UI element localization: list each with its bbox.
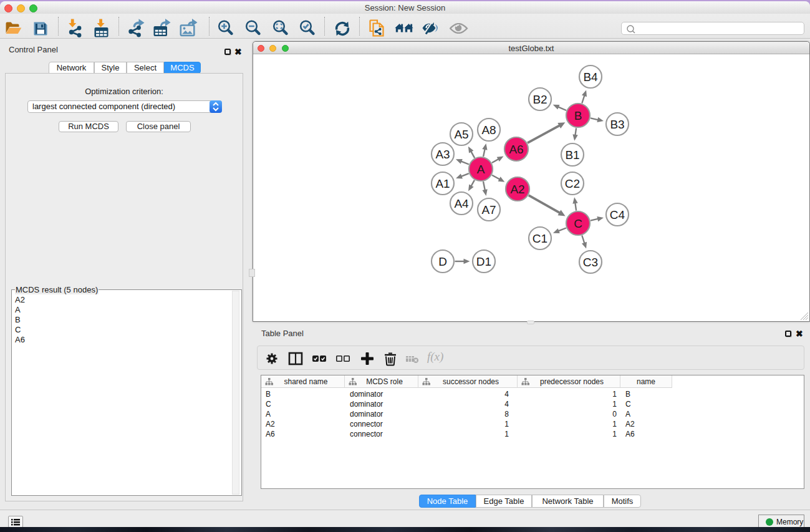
svg-text:A8: A8 <box>481 123 496 137</box>
svg-text:A5: A5 <box>454 128 468 141</box>
svg-text:D1: D1 <box>476 255 491 268</box>
svg-text:B3: B3 <box>610 118 624 131</box>
svg-text:D: D <box>438 255 447 268</box>
svg-text:C1: C1 <box>533 232 547 245</box>
svg-text:A4: A4 <box>454 197 469 210</box>
svg-text:C3: C3 <box>583 256 598 269</box>
svg-text:A3: A3 <box>435 148 450 161</box>
svg-text:A: A <box>477 163 485 176</box>
svg-text:A1: A1 <box>435 177 450 190</box>
svg-text:A2: A2 <box>510 183 524 196</box>
svg-text:A7: A7 <box>481 203 496 216</box>
svg-text:B: B <box>574 109 582 122</box>
svg-text:B1: B1 <box>565 148 579 162</box>
svg-text:C2: C2 <box>565 177 580 190</box>
svg-text:C: C <box>574 217 582 230</box>
svg-text:A6: A6 <box>509 143 523 156</box>
svg-text:C4: C4 <box>610 208 625 221</box>
svg-text:B2: B2 <box>533 93 547 106</box>
svg-text:B4: B4 <box>583 70 598 84</box>
